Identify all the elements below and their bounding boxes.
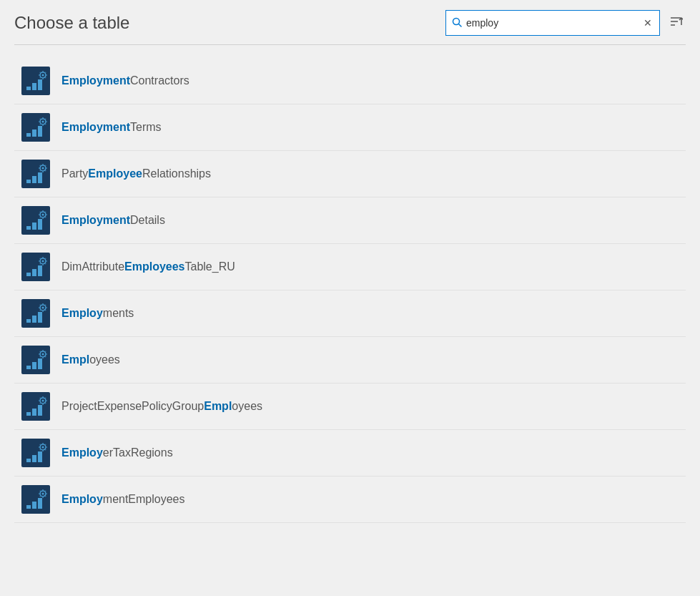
svg-line-114: [40, 398, 41, 399]
svg-line-58: [40, 212, 41, 212]
table-item[interactable]: Employments: [14, 290, 686, 337]
svg-line-117: [40, 404, 41, 404]
svg-line-16: [40, 72, 41, 73]
table-icon: [21, 253, 50, 281]
svg-point-137: [42, 493, 44, 495]
table-item[interactable]: EmploymentDetails: [14, 197, 686, 244]
clear-icon[interactable]: ✕: [642, 16, 654, 30]
svg-line-30: [40, 119, 41, 119]
svg-line-59: [46, 218, 46, 218]
table-item[interactable]: EmploymentTerms: [14, 104, 686, 151]
svg-rect-91: [26, 366, 31, 369]
sort-icon[interactable]: [666, 11, 686, 35]
svg-rect-21: [26, 133, 31, 137]
svg-rect-64: [32, 269, 36, 276]
svg-line-142: [40, 491, 41, 492]
table-item[interactable]: ProjectExpensePolicyGroupEmployees: [14, 384, 686, 430]
svg-point-39: [42, 167, 44, 170]
svg-rect-134: [32, 502, 36, 509]
table-icon: [21, 392, 50, 421]
svg-line-88: [46, 305, 46, 306]
search-input[interactable]: [466, 17, 642, 29]
svg-rect-20: [21, 113, 50, 142]
table-icon: [21, 67, 50, 95]
svg-line-44: [40, 165, 41, 166]
page-container: Choose a table ✕: [0, 0, 700, 596]
svg-line-31: [46, 124, 46, 125]
svg-rect-8: [32, 83, 36, 90]
table-name: ProjectExpensePolicyGroupEmployees: [61, 400, 262, 413]
svg-rect-65: [38, 265, 42, 276]
svg-line-1: [459, 24, 462, 26]
search-box: ✕: [445, 10, 660, 36]
svg-line-103: [40, 357, 41, 358]
table-item[interactable]: EmploymentContractors: [14, 58, 686, 104]
table-item[interactable]: EmployerTaxRegions: [14, 430, 686, 477]
svg-line-102: [46, 351, 46, 352]
table-icon: [21, 439, 50, 467]
table-name: EmploymentTerms: [61, 121, 162, 134]
table-icon: [21, 113, 50, 142]
svg-rect-104: [21, 392, 50, 421]
table-name: EmploymentContractors: [61, 74, 189, 87]
svg-point-123: [42, 446, 44, 449]
table-name: PartyEmployeeRelationships: [61, 167, 211, 180]
table-name: DimAttributeEmployeesTable_RU: [61, 260, 235, 273]
svg-line-74: [46, 258, 46, 259]
table-item[interactable]: PartyEmployeeRelationships: [14, 151, 686, 197]
svg-rect-50: [32, 223, 36, 230]
svg-line-116: [46, 398, 46, 399]
table-icon: [21, 346, 50, 374]
header-row: Choose a table ✕: [14, 10, 686, 45]
svg-rect-118: [21, 439, 50, 467]
table-name: EmploymentDetails: [61, 214, 165, 227]
svg-line-143: [46, 497, 46, 497]
search-icon: [452, 17, 462, 29]
svg-line-18: [46, 72, 46, 73]
table-item[interactable]: DimAttributeEmployeesTable_RU: [14, 244, 686, 290]
svg-line-60: [46, 212, 46, 212]
svg-line-73: [46, 264, 46, 265]
svg-line-144: [46, 491, 46, 492]
table-name: EmployerTaxRegions: [61, 446, 173, 459]
svg-rect-34: [21, 160, 50, 188]
svg-rect-7: [26, 87, 31, 90]
table-item[interactable]: Employees: [14, 337, 686, 384]
svg-line-19: [40, 78, 41, 79]
svg-rect-62: [21, 253, 50, 281]
svg-line-100: [40, 351, 41, 352]
table-item[interactable]: EmploymentEmployees: [14, 477, 686, 523]
svg-rect-79: [38, 312, 42, 323]
svg-rect-49: [26, 226, 31, 230]
svg-line-130: [46, 444, 46, 445]
svg-line-101: [46, 357, 46, 358]
svg-line-72: [40, 258, 41, 259]
svg-rect-63: [26, 273, 31, 276]
svg-point-109: [42, 400, 44, 402]
svg-line-145: [40, 497, 41, 497]
svg-line-89: [40, 311, 41, 311]
table-icon: [21, 485, 50, 514]
svg-point-95: [42, 353, 44, 356]
svg-point-25: [42, 121, 44, 123]
table-icon: [21, 160, 50, 188]
svg-line-61: [40, 218, 41, 218]
svg-rect-107: [38, 405, 42, 416]
page-title: Choose a table: [14, 13, 129, 33]
svg-rect-93: [38, 358, 42, 369]
table-name: EmploymentEmployees: [61, 493, 185, 506]
svg-rect-132: [21, 485, 50, 514]
svg-rect-77: [26, 319, 31, 323]
svg-rect-48: [21, 206, 50, 235]
svg-line-32: [46, 119, 46, 119]
svg-rect-35: [26, 180, 31, 183]
svg-line-45: [46, 171, 46, 172]
svg-line-131: [40, 450, 41, 451]
svg-line-46: [46, 165, 46, 166]
svg-rect-9: [38, 79, 42, 90]
svg-rect-37: [38, 172, 42, 183]
svg-rect-106: [32, 409, 36, 416]
svg-line-115: [46, 404, 46, 404]
table-icon: [21, 299, 50, 328]
svg-line-87: [46, 311, 46, 311]
